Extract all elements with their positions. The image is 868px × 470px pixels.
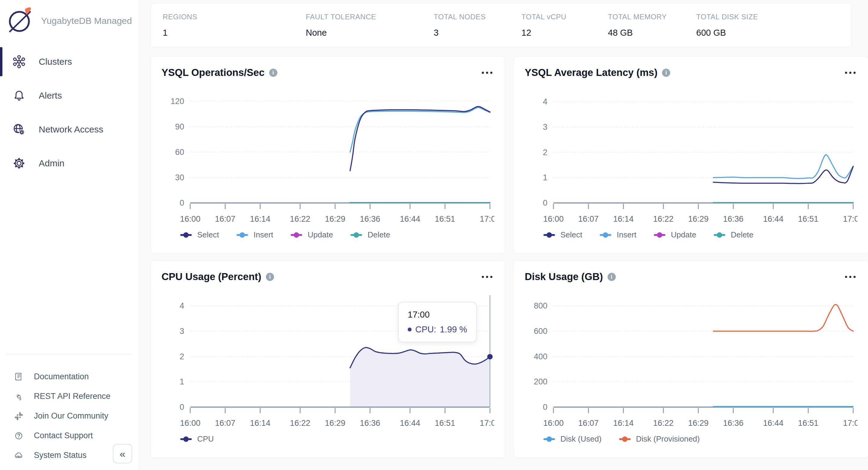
legend-label: Delete — [731, 230, 753, 240]
svg-text:30: 30 — [175, 173, 184, 182]
chart-card-ysql-latency: YSQL Average Latency (ms) i 0123416:0016… — [514, 56, 868, 254]
sidebar-item-community[interactable]: Join Our Community — [0, 406, 139, 426]
svg-text:16:44: 16:44 — [400, 214, 421, 223]
stat-label: TOTAL vCPU — [521, 13, 608, 21]
sidebar-item-alerts[interactable]: Alerts — [0, 79, 139, 113]
legend-item[interactable]: CPU — [180, 434, 214, 444]
svg-text:16:00: 16:00 — [543, 214, 564, 223]
legend-label: Delete — [368, 230, 390, 240]
stat-regions: REGIONS 1 — [163, 13, 306, 38]
svg-text:16:22: 16:22 — [290, 214, 311, 223]
chart-menu-button[interactable] — [480, 70, 494, 75]
svg-text:16:14: 16:14 — [613, 214, 633, 223]
sidebar-item-admin[interactable]: Admin — [0, 146, 139, 180]
tooltip-value: 1.99 % — [440, 324, 467, 335]
svg-text:16:29: 16:29 — [325, 418, 345, 428]
sidebar-item-label: Admin — [39, 158, 64, 168]
legend-item[interactable]: Select — [180, 230, 219, 240]
svg-text:16:44: 16:44 — [400, 418, 421, 428]
info-icon[interactable]: i — [662, 69, 670, 77]
svg-text:16:44: 16:44 — [763, 214, 784, 223]
sidebar-item-documentation[interactable]: Documentation — [0, 367, 139, 386]
legend-item[interactable]: Select — [544, 230, 582, 240]
legend-item[interactable]: Update — [654, 230, 696, 240]
clusters-icon — [12, 55, 26, 69]
svg-text:200: 200 — [534, 377, 548, 386]
sidebar-footer: Documentation REST API Reference — [0, 354, 139, 465]
book-icon — [13, 371, 24, 382]
legend-label: Disk (Used) — [560, 434, 601, 444]
brand: YugabyteDB Managed — [0, 0, 139, 36]
chart-plot[interactable]: 0123416:0016:0716:1416:2216:2916:3616:44… — [525, 85, 858, 228]
svg-text:4: 4 — [543, 97, 548, 106]
chart-title: YSQL Operations/Sec — [161, 67, 265, 78]
footer-item-label: REST API Reference — [34, 391, 111, 401]
main-content: REGIONS 1 FAULT TOLERANCE None TOTAL NOD… — [139, 0, 868, 470]
svg-text:0: 0 — [180, 403, 184, 412]
legend-item[interactable]: Update — [291, 230, 333, 240]
info-icon[interactable]: i — [608, 273, 616, 281]
legend-item[interactable]: Insert — [600, 230, 636, 240]
yugabyte-logo-icon — [5, 6, 34, 36]
svg-text:4: 4 — [180, 301, 184, 310]
svg-text:16:44: 16:44 — [763, 418, 784, 428]
svg-text:16:14: 16:14 — [250, 418, 270, 428]
chart-card-ysql-operations: YSQL Operations/Sec i 030609012016:0016:… — [150, 56, 505, 254]
sidebar-item-clusters[interactable]: Clusters — [0, 45, 139, 79]
info-icon[interactable]: i — [269, 69, 277, 77]
legend-item[interactable]: Delete — [350, 230, 390, 240]
stat-total-vcpu: TOTAL vCPU 12 — [521, 13, 608, 38]
info-icon[interactable]: i — [266, 273, 274, 281]
tooltip-time: 17:00 — [408, 310, 467, 320]
cloud-status-icon — [13, 450, 24, 461]
svg-text:16:07: 16:07 — [578, 418, 599, 428]
svg-text:16:07: 16:07 — [578, 214, 599, 223]
chart-plot[interactable]: 030609012016:0016:0716:1416:2216:2916:36… — [161, 85, 494, 228]
sidebar-item-label: Alerts — [39, 90, 62, 101]
sidebar-collapse-button[interactable]: « — [113, 444, 132, 463]
chart-menu-button[interactable] — [843, 70, 858, 75]
chart-menu-button[interactable] — [480, 274, 494, 280]
svg-text:1: 1 — [180, 377, 184, 386]
chart-menu-button[interactable] — [843, 274, 858, 280]
bell-icon — [12, 89, 26, 102]
chart-title: YSQL Average Latency (ms) — [525, 67, 657, 78]
legend-marker-icon — [619, 438, 630, 440]
svg-text:17:00: 17:00 — [480, 214, 494, 223]
sidebar-item-contact-support[interactable]: Contact Support — [0, 426, 139, 445]
svg-text:16:29: 16:29 — [688, 418, 709, 428]
chart-card-cpu-usage: CPU Usage (Percent) i 0123416:0016:0716:… — [150, 260, 505, 458]
svg-text:16:29: 16:29 — [325, 214, 345, 223]
svg-text:2: 2 — [543, 148, 548, 157]
footer-item-label: System Status — [34, 451, 87, 460]
svg-text:16:14: 16:14 — [250, 214, 270, 223]
footer-item-label: Documentation — [34, 372, 89, 381]
svg-text:0: 0 — [180, 198, 184, 208]
svg-text:16:22: 16:22 — [653, 214, 674, 223]
sidebar-divider — [6, 354, 132, 354]
chart-plot[interactable]: 020040060080016:0016:0716:1416:2216:2916… — [525, 289, 858, 433]
legend-marker-icon — [544, 234, 555, 236]
globe-gear-icon — [12, 123, 26, 136]
stat-value: 12 — [521, 28, 608, 38]
plug-icon — [13, 391, 24, 402]
svg-text:120: 120 — [170, 97, 184, 106]
svg-text:0: 0 — [543, 403, 548, 412]
legend-item[interactable]: Delete — [714, 230, 753, 240]
svg-text:16:14: 16:14 — [613, 418, 633, 428]
sidebar-item-rest-api[interactable]: REST API Reference — [0, 386, 139, 406]
legend-item[interactable]: Insert — [237, 230, 273, 240]
chart-tooltip: 17:00 CPU: 1.99 % — [398, 302, 477, 342]
svg-text:16:07: 16:07 — [215, 418, 236, 428]
stat-total-nodes: TOTAL NODES 3 — [434, 13, 521, 38]
sidebar-item-network-access[interactable]: Network Access — [0, 113, 139, 146]
footer-item-label: Join Our Community — [34, 411, 108, 421]
legend-item[interactable]: Disk (Used) — [544, 434, 601, 444]
svg-text:3: 3 — [180, 326, 184, 336]
cluster-stats-bar: REGIONS 1 FAULT TOLERANCE None TOTAL NOD… — [150, 3, 852, 47]
svg-text:600: 600 — [534, 326, 548, 336]
legend-label: Update — [671, 230, 696, 240]
legend-item[interactable]: Disk (Provisioned) — [619, 434, 700, 444]
legend-label: Insert — [253, 230, 273, 240]
chart-legend: SelectInsertUpdateDelete — [180, 230, 494, 240]
